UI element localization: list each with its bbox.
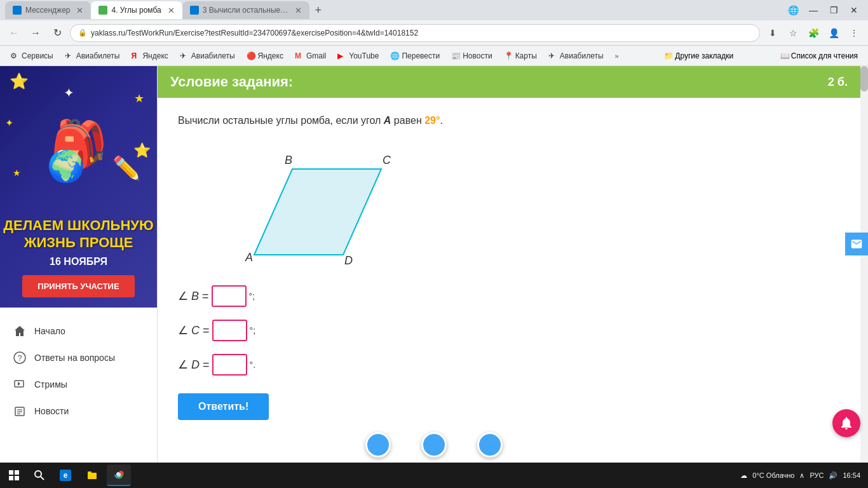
bookmark-services[interactable]: ⚙ Сервисы [5, 48, 58, 64]
explorer-icon [86, 470, 98, 481]
tab-messenger[interactable]: Мессенджер ✕ [5, 1, 91, 19]
extensions-icon[interactable]: 🧩 [804, 24, 822, 42]
tab-angles[interactable]: 4. Углы ромба ✕ [91, 1, 182, 19]
bookmark-reading-list[interactable]: 📖 Список для чтения [775, 50, 863, 62]
search-button[interactable] [28, 464, 51, 487]
bookmark-news[interactable]: 📰 Новости [446, 48, 497, 64]
tab-angles-label: 4. Углы ромба [111, 6, 161, 15]
profile-icon[interactable]: 👤 [825, 24, 843, 42]
ad-main-text: ДЕЛАЕМ ШКОЛЬНУЮ ЖИЗНЬ ПРОЩЕ [3, 217, 153, 251]
bookmark-maps[interactable]: 📍 Карты [499, 48, 542, 64]
stream-icon [13, 377, 27, 391]
star-icon-2: ★ [134, 92, 144, 105]
forward-button[interactable]: → [27, 24, 44, 42]
vertex-c-label: C [383, 154, 391, 166]
bookmark-yandex1[interactable]: Я Яндекс [126, 48, 173, 64]
sidebar-item-faq[interactable]: ? Ответы на вопросы [0, 344, 157, 371]
tab-angles-close[interactable]: ✕ [168, 6, 175, 15]
bookmark-gmail[interactable]: M Gmail [290, 48, 331, 64]
ad-date: 16 НОЯБРЯ [50, 256, 107, 268]
sidebar-item-news-label: Новости [34, 406, 69, 416]
bookmark-yandex1-icon: Я [131, 51, 140, 60]
bookmark-more[interactable]: » [611, 51, 623, 61]
download-icon[interactable]: ⬇ [764, 24, 782, 42]
bottom-nav-circle-2[interactable] [421, 432, 447, 458]
taskbar: e ☁ 0°С Облачно ∧ РУС 🔊 16:54 [0, 463, 868, 488]
taskbar-weather-text: 0°С Облачно [752, 471, 794, 479]
taskbar-edge[interactable]: e [53, 464, 78, 486]
tab-yaklass-icon [190, 6, 199, 15]
close-button[interactable]: ✕ [845, 1, 863, 19]
bookmark-translate-icon: 🌐 [390, 51, 399, 60]
star-icon-6: ✦ [64, 85, 74, 100]
sidebar-nav: Начало ? Ответы на вопросы Стримы [0, 308, 157, 435]
angle-b-prefix: ∠ B = [178, 289, 209, 303]
taskbar-time: 16:54 [843, 471, 860, 479]
angle-b-letter: B [191, 290, 199, 302]
answer-row-c: ∠ C = °; [178, 320, 840, 341]
star-icon[interactable]: ☆ [784, 24, 802, 42]
tab-yaklass[interactable]: 3 Вычисли остальные углы ромб... ✕ [182, 1, 309, 19]
tab-angles-icon [98, 6, 107, 15]
svg-rect-11 [9, 476, 13, 480]
taskbar-explorer[interactable] [80, 464, 104, 486]
angle-d-degree: °. [250, 360, 256, 370]
bottom-nav-circle-1[interactable] [365, 432, 391, 458]
svg-rect-16 [88, 471, 92, 473]
svg-line-14 [41, 477, 44, 480]
back-button[interactable]: ← [5, 24, 23, 42]
bookmark-translate[interactable]: 🌐 Перевести [385, 48, 445, 64]
refresh-button[interactable]: ↻ [48, 24, 66, 42]
content-area: ⭐ ★ ✦ ⭐ ★ ✦ 🎒 🌍 ✏️ ДЕЛАЕМ ШКОЛЬНУЮ ЖИЗНЬ… [0, 66, 868, 463]
menu-icon[interactable]: ⋮ [845, 24, 863, 42]
network-icon: 🌐 [784, 1, 802, 19]
sidebar-item-streams[interactable]: Стримы [0, 371, 157, 398]
bookmark-others[interactable]: 📁 Другие закладки [659, 50, 738, 62]
problem-equals: равен [391, 115, 424, 126]
scrollbar[interactable] [860, 66, 868, 463]
taskbar-arrow-up: ∧ [799, 471, 804, 480]
start-button[interactable] [3, 464, 25, 487]
minimize-button[interactable]: — [804, 1, 822, 19]
bookmark-maps-icon: 📍 [504, 51, 513, 60]
ad-stars-decoration: ⭐ ★ ✦ ⭐ ★ ✦ 🎒 🌍 ✏️ [0, 66, 157, 308]
ad-participate-button[interactable]: ПРИНЯТЬ УЧАСТИЕ [22, 275, 134, 297]
bookmark-avia1[interactable]: ✈ Авиабилеты [60, 48, 125, 64]
url-bar[interactable]: 🔒 yaklass.ru/TestWorkRun/Exercise?testRe… [70, 24, 760, 42]
angle-c-prefix: ∠ C = [178, 323, 210, 337]
bookmark-folder-icon: 📁 [664, 51, 674, 60]
sidebar-item-home[interactable]: Начало [0, 318, 157, 344]
bookmark-youtube[interactable]: ▶ YouTube [332, 48, 384, 64]
sidebar-item-news[interactable]: Новости [0, 398, 157, 424]
angle-d-input[interactable] [212, 354, 247, 376]
bookmark-avia3-icon: ✈ [548, 51, 557, 60]
notification-bell[interactable] [832, 409, 860, 437]
bookmark-gmail-icon: M [295, 51, 304, 60]
answer-section: ∠ B = °; ∠ C = °; ∠ D = °. [178, 285, 840, 420]
svg-text:?: ? [18, 354, 22, 363]
new-tab-button[interactable]: + [309, 1, 327, 19]
submit-button[interactable]: Ответить! [178, 393, 269, 420]
vertex-d-label: D [344, 254, 353, 267]
svg-rect-12 [15, 476, 19, 480]
rhombus-svg: A B C D [216, 144, 407, 271]
maximize-button[interactable]: ❐ [825, 1, 843, 19]
title-bar: Мессенджер ✕ 4. Углы ромба ✕ 3 Вычисли о… [0, 0, 868, 20]
angle-d-letter: D [191, 358, 200, 371]
angle-b-input[interactable] [212, 285, 247, 307]
bookmark-avia3[interactable]: ✈ Авиабилеты [543, 48, 609, 64]
address-actions: ⬇ ☆ 🧩 👤 ⋮ [764, 24, 863, 42]
sidebar-item-home-label: Начало [34, 326, 65, 336]
bookmark-yandex2[interactable]: 🔴 Яндекс [241, 48, 288, 64]
vertex-a-label: A [245, 251, 253, 264]
email-side-button[interactable] [845, 233, 868, 255]
taskbar-chrome[interactable] [107, 464, 131, 486]
tab-messenger-close[interactable]: ✕ [76, 6, 83, 15]
bookmark-avia2[interactable]: ✈ Авиабилеты [175, 48, 240, 64]
bottom-nav-circle-3[interactable] [477, 432, 503, 458]
sidebar-ad[interactable]: ⭐ ★ ✦ ⭐ ★ ✦ 🎒 🌍 ✏️ ДЕЛАЕМ ШКОЛЬНУЮ ЖИЗНЬ… [0, 66, 157, 308]
scroll-thumb[interactable] [860, 66, 868, 92]
bookmark-readinglist-icon: 📖 [780, 51, 790, 60]
angle-c-input[interactable] [212, 320, 247, 341]
tab-yaklass-close[interactable]: ✕ [295, 6, 302, 15]
